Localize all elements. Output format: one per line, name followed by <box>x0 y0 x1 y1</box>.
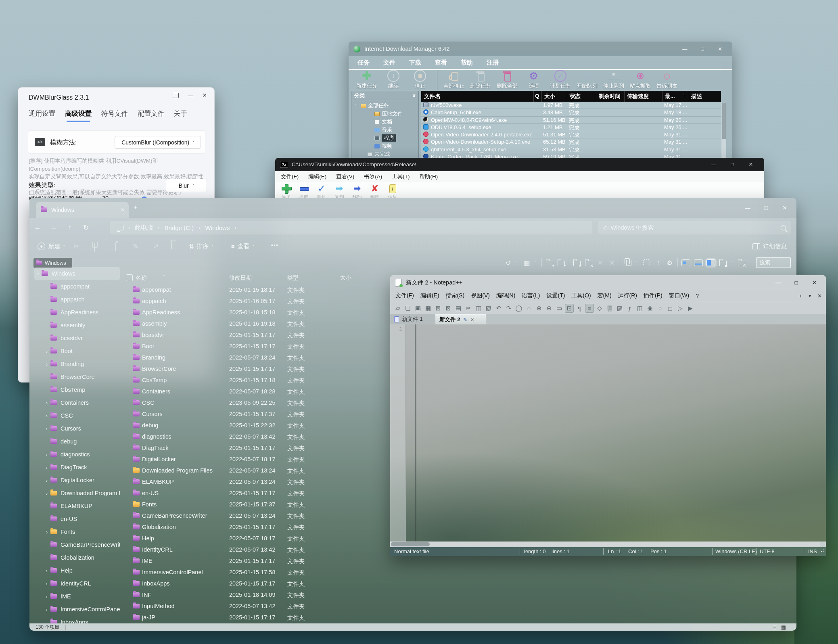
toolbar-icon[interactable]: ◫ <box>635 304 644 313</box>
dwm-tab[interactable]: 关于 <box>174 109 187 122</box>
tab-close-icon[interactable]: ✕ <box>121 207 125 213</box>
select-region-icon[interactable] <box>642 257 650 268</box>
navpane-item[interactable]: Downloaded Program Files <box>34 487 120 500</box>
filter-search-box[interactable]: 搜索 <box>756 257 791 268</box>
tree-chevron-icon[interactable] <box>43 413 50 419</box>
toolbar-button[interactable]: ⚙ 选项 <box>520 70 547 89</box>
npp-titlebar[interactable]: 新文件 2 - Notepad++ — □ ✕ <box>390 275 826 290</box>
share-icon[interactable]: ↗ <box>153 242 159 251</box>
toolbar-icon[interactable]: ƒ <box>625 304 634 313</box>
grid-view-icon[interactable]: ▦ <box>523 257 531 268</box>
breadcrumb-drive[interactable]: Bridge (C:) <box>165 224 194 231</box>
menu-item[interactable]: 宏(M) <box>595 292 614 299</box>
close-button[interactable]: ✕ <box>742 158 760 171</box>
toolbar-button[interactable]: ↓ 继续 <box>380 70 407 89</box>
effect-type-dropdown[interactable]: Blur ˇ <box>166 179 207 192</box>
download-row[interactable]: ODU v18.0.6.4_setup.exe 1.21 MB 完成 May 2… <box>421 124 721 131</box>
toolbar-button[interactable]: 停止 <box>407 70 433 89</box>
tree-chevron-icon[interactable] <box>43 477 50 483</box>
more-options-button[interactable]: ⋯ <box>271 241 278 250</box>
navpane-item[interactable]: DiagTrack <box>34 461 120 474</box>
select-all-checkbox[interactable] <box>126 274 133 281</box>
menu-item[interactable]: 工具(T) <box>392 173 410 180</box>
minimize-button[interactable]: — <box>188 92 193 98</box>
close-button[interactable]: ✕ <box>805 275 823 290</box>
navpane-item[interactable]: BrowserCore <box>34 370 120 383</box>
tree-chevron-icon[interactable] <box>43 426 50 432</box>
column-name[interactable]: 文件名 <box>424 93 441 100</box>
gear-icon[interactable]: ⚙ <box>666 257 674 268</box>
toolbar-icon[interactable]: ◇ <box>595 304 604 313</box>
navpane-item[interactable]: en-US <box>34 512 120 525</box>
rename-icon[interactable]: ✎ <box>133 242 138 251</box>
column-status[interactable]: 状态 <box>570 93 581 100</box>
chevron-down-icon[interactable]: ˇ <box>731 261 734 265</box>
toolbar-icon[interactable]: ▭ <box>555 304 564 313</box>
menu-item[interactable]: 工具(O) <box>568 292 593 299</box>
breadcrumb[interactable]: › 此电脑 › Bridge (C:) › Windows › <box>110 221 592 234</box>
menu-item[interactable]: 插件(P) <box>641 292 665 299</box>
navpane-item[interactable]: ImmersiveControlPanel <box>34 603 120 616</box>
toolbar-icon[interactable]: ▦ <box>424 304 433 313</box>
new-tab-button[interactable]: + <box>134 203 138 211</box>
tree-chevron-icon[interactable] <box>43 594 50 600</box>
file-row[interactable]: ImmersiveControlPanel 2025-01-15 17:58 文… <box>123 567 792 578</box>
toolbar-button[interactable]: ⊛ 站点抓取 <box>627 70 654 89</box>
column-desc[interactable]: 描述 <box>691 93 702 100</box>
navpane-item[interactable]: apppatch <box>34 293 120 306</box>
new-button[interactable]: + 新建 ˇ <box>38 243 65 250</box>
download-row[interactable]: r1vf502w.exe 1.97 MB 完成 May 17 ... <box>421 102 721 109</box>
toolbar-icon[interactable]: ○ <box>656 304 665 313</box>
column-last[interactable]: 最... <box>665 93 675 100</box>
npp-tab-active[interactable]: 新文件 2 ✎ ✕ <box>435 314 486 324</box>
menu-item[interactable]: 编辑(E) <box>418 292 442 299</box>
tree-item[interactable]: 未完成 <box>351 150 418 158</box>
favorites-folder-icon[interactable]: ★ <box>719 257 727 268</box>
navpane-item[interactable]: CSC <box>34 409 120 422</box>
toolbar-button[interactable]: ↓ 开始队列 <box>574 70 600 89</box>
layout-toggle-icon[interactable] <box>681 257 690 268</box>
toolbar-icon[interactable]: ↶ <box>494 304 503 313</box>
menu-item[interactable]: ? <box>693 293 702 299</box>
forward-button[interactable]: → <box>46 224 62 232</box>
column-name[interactable]: 名称 <box>136 274 147 282</box>
toolbar-icon[interactable]: ▨ <box>615 304 624 313</box>
npp-tab[interactable]: 新文件 1 <box>390 314 435 324</box>
tree-chevron-icon[interactable] <box>34 271 42 277</box>
tree-item[interactable]: 视频 <box>351 142 418 150</box>
thumbnail-view-icon[interactable]: ▦ <box>781 624 786 630</box>
menu-item[interactable]: 下载 <box>409 59 421 67</box>
navpane-item[interactable]: IdentityCRL <box>34 577 120 590</box>
minimize-button[interactable]: — <box>738 198 757 218</box>
layout-toggle-icon[interactable] <box>694 257 703 268</box>
column-speed[interactable]: 传输速度 <box>627 93 649 100</box>
navpane-item[interactable]: Help <box>34 564 120 577</box>
new-folder-icon[interactable]: + <box>557 257 565 268</box>
menu-item[interactable]: 视图(V) <box>468 292 493 299</box>
menu-item[interactable]: 查看(V) <box>336 173 354 180</box>
toolbar-icon[interactable]: ▥ <box>474 304 483 313</box>
up-button[interactable]: ↑ <box>62 224 78 232</box>
menu-item[interactable]: 运行(R) <box>615 292 640 299</box>
refresh-button[interactable]: ↻ <box>78 224 94 232</box>
toolbar-button[interactable]: 新建任务 <box>353 70 380 89</box>
toolbar-button[interactable]: 删除全部 <box>494 70 520 89</box>
search-box[interactable]: 在 Windows 中搜索 <box>598 221 791 234</box>
navpane-item[interactable]: Globalization <box>34 551 120 564</box>
download-row[interactable]: Open-Video-Downloader-Setup-2.4.10.exe 6… <box>421 138 721 146</box>
tree-chevron-icon[interactable] <box>43 606 50 613</box>
remove-folder-icon[interactable]: ✕ <box>585 257 593 268</box>
navpane-item[interactable]: DigitalLocker <box>34 474 120 487</box>
menu-item[interactable]: 注册 <box>487 59 499 67</box>
tree-chevron-icon[interactable] <box>43 464 50 470</box>
minimize-button[interactable]: — <box>769 275 787 290</box>
explorer-tab[interactable]: Windows ✕ <box>36 202 129 218</box>
toolbar-button[interactable]: ☺ 告诉朋友 <box>654 70 680 89</box>
toolbar-icon[interactable]: ⊠ <box>444 304 453 313</box>
toolbar-icon[interactable]: ⊕ <box>535 304 543 313</box>
menu-item[interactable]: 编码(N) <box>493 292 518 299</box>
details-view-icon[interactable]: ≣ <box>773 624 777 630</box>
navpane-item[interactable]: Containers <box>34 396 120 409</box>
dwm-tab[interactable]: 通用设置 <box>29 109 55 122</box>
breadcrumb-folder[interactable]: Windows <box>205 224 230 231</box>
